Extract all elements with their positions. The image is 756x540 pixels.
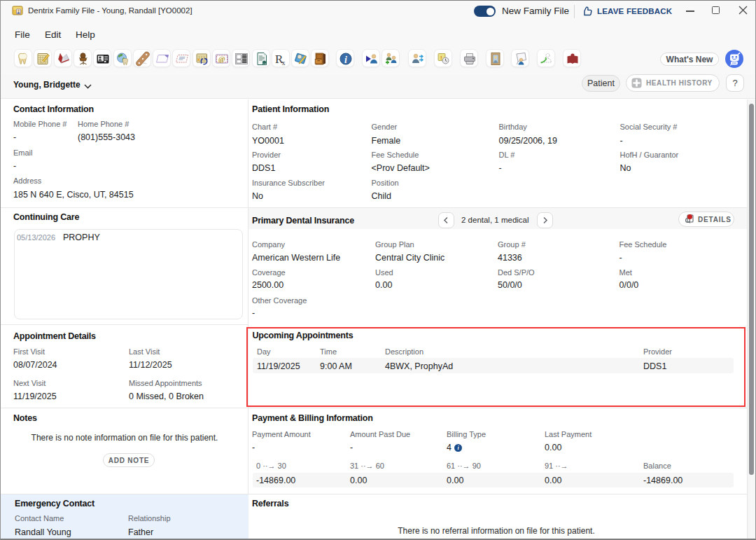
svg-text:i: i: [344, 55, 347, 65]
svg-text:!: !: [440, 55, 442, 61]
svg-text:@: @: [218, 55, 225, 63]
svg-text:x: x: [282, 59, 286, 67]
